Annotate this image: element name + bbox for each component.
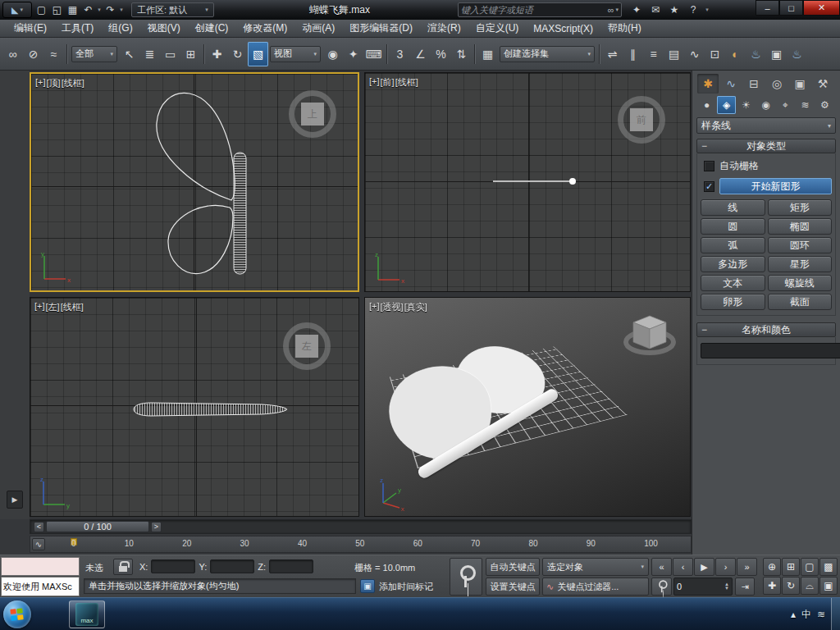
align-icon[interactable]: ∥▾ bbox=[623, 42, 643, 66]
ribbon-toggle-icon[interactable]: ▤▾ bbox=[664, 42, 684, 66]
start-new-shape-checkbox[interactable]: ✓ bbox=[704, 181, 714, 192]
menu-item[interactable]: 图形编辑器(D) bbox=[342, 20, 420, 37]
time-slider[interactable]: < 0 / 100 > bbox=[30, 519, 692, 534]
menu-item[interactable]: 视图(V) bbox=[140, 20, 188, 37]
add-time-tag[interactable]: 添加时间标记 bbox=[379, 581, 433, 593]
tray-network-icon[interactable]: ≋ bbox=[817, 609, 825, 620]
menu-item[interactable]: MAXScript(X) bbox=[526, 20, 600, 37]
percent-snap-icon[interactable]: %▾ bbox=[431, 42, 451, 66]
shape-button[interactable]: 文本 bbox=[701, 275, 765, 291]
search-input[interactable] bbox=[461, 5, 606, 15]
create-lights-icon[interactable]: ☀ bbox=[737, 96, 756, 114]
viewport-top[interactable]: [+] [顶] [线框] 上 y x bbox=[30, 72, 359, 292]
key-filters-button[interactable]: ∿ 关键点过滤器... bbox=[542, 578, 649, 596]
tray-show-hidden-icon[interactable]: ▴ bbox=[791, 609, 796, 620]
shape-button[interactable]: 截面 bbox=[768, 294, 833, 310]
viewport-menu-plus[interactable]: [+] bbox=[369, 76, 380, 89]
taskbar-3dsmax-button[interactable]: max bbox=[69, 600, 105, 628]
create-spacewarps-icon[interactable]: ≋ bbox=[796, 96, 815, 114]
menu-item[interactable]: 自定义(U) bbox=[468, 20, 527, 37]
select-and-link-icon[interactable]: ∞▾ bbox=[2, 42, 23, 66]
redo-icon[interactable]: ↷ bbox=[103, 2, 118, 17]
render-setup-icon[interactable]: ♨▾ bbox=[746, 42, 766, 66]
shape-button[interactable]: 卵形 bbox=[701, 294, 765, 310]
name-color-rollout-header[interactable]: − 名称和颜色 bbox=[696, 322, 836, 337]
object-name-input[interactable] bbox=[701, 343, 840, 358]
set-keys-button[interactable] bbox=[450, 558, 482, 596]
pan-icon[interactable]: ✚ bbox=[763, 577, 781, 595]
named-sets-dropdown[interactable]: 创建选择集▾ bbox=[500, 46, 595, 62]
selection-lock-button[interactable] bbox=[113, 559, 133, 575]
next-frame-arrow[interactable]: > bbox=[151, 522, 162, 532]
shape-button[interactable]: 多边形 bbox=[701, 256, 765, 272]
track-bar[interactable]: ∿ 0102030405060708090100 bbox=[30, 536, 692, 553]
tab-modify-icon[interactable]: ∿ bbox=[720, 74, 742, 94]
viewport-menu-shading[interactable]: [线框] bbox=[61, 301, 84, 313]
macro-recorder-field[interactable] bbox=[1, 557, 80, 576]
maximize-viewport-icon[interactable]: ▣ bbox=[819, 577, 838, 595]
tab-create-icon[interactable]: ✱ bbox=[697, 74, 719, 94]
menu-item[interactable]: 帮助(H) bbox=[600, 20, 649, 37]
unlink-selection-icon[interactable]: ⊘▾ bbox=[23, 42, 43, 66]
viewport-front[interactable]: [+] [前] [线框] 前 z x bbox=[364, 72, 691, 292]
open-file-icon[interactable]: ◱ bbox=[49, 2, 65, 17]
tab-display-icon[interactable]: ▣ bbox=[789, 74, 810, 94]
shape-button[interactable]: 圆 bbox=[701, 218, 765, 235]
mirror-icon[interactable]: ⇌▾ bbox=[602, 42, 623, 66]
viewcube[interactable]: 前 bbox=[618, 96, 665, 144]
viewport-menu-plus[interactable]: [+] bbox=[34, 301, 45, 313]
create-systems-icon[interactable]: ⚙ bbox=[815, 96, 834, 114]
close-button[interactable]: ✕ bbox=[803, 0, 840, 16]
viewport-menu-view[interactable]: [左] bbox=[46, 301, 60, 313]
key-selection-dropdown[interactable]: 选定对象 ▾ bbox=[542, 558, 649, 576]
viewport-perspective[interactable]: [+] [透视] [真实] z y x bbox=[364, 297, 691, 517]
go-to-end-button[interactable]: » bbox=[737, 558, 757, 576]
time-tag-icon[interactable]: ▣ bbox=[360, 579, 375, 593]
autogrid-checkbox[interactable] bbox=[704, 161, 714, 171]
selection-filter-dropdown[interactable]: 全部▾ bbox=[71, 46, 117, 62]
viewcube[interactable]: 左 bbox=[283, 322, 331, 370]
curve-editor-icon[interactable]: ∿▾ bbox=[684, 42, 705, 66]
field-of-view-icon[interactable]: ⌓ bbox=[801, 577, 819, 595]
zoom-extents-icon[interactable]: ▢ bbox=[801, 558, 819, 576]
snaps-toggle-icon[interactable]: 3▾ bbox=[390, 42, 410, 66]
viewport-menu-plus[interactable]: [+] bbox=[369, 301, 380, 313]
layer-manager-icon[interactable]: ≡▾ bbox=[643, 42, 664, 66]
application-menu-button[interactable]: ◣ ▾ bbox=[2, 2, 32, 18]
save-file-icon[interactable]: ▦ bbox=[65, 2, 80, 17]
menu-item[interactable]: 编辑(E) bbox=[7, 20, 54, 37]
start-button[interactable] bbox=[3, 600, 31, 628]
viewport-menu-view[interactable]: [透视] bbox=[381, 301, 404, 313]
tray-ime-icon[interactable]: 中 bbox=[801, 608, 811, 622]
select-and-move-icon[interactable]: ✚▾ bbox=[207, 42, 227, 66]
shape-button[interactable]: 螺旋线 bbox=[768, 275, 833, 291]
keyboard-override-icon[interactable]: ⌨▾ bbox=[363, 42, 384, 66]
tab-hierarchy-icon[interactable]: ⊟ bbox=[743, 74, 765, 94]
y-coordinate-field[interactable] bbox=[210, 559, 254, 573]
undo-icon[interactable]: ↶ bbox=[80, 2, 96, 17]
select-and-manipulate-icon[interactable]: ✦▾ bbox=[343, 42, 363, 66]
rendered-frame-icon[interactable]: ▣▾ bbox=[766, 42, 787, 66]
help-icon[interactable]: ? bbox=[685, 2, 701, 17]
shape-button[interactable]: 圆环 bbox=[768, 237, 833, 253]
menu-item[interactable]: 工具(T) bbox=[54, 20, 101, 37]
shape-button[interactable]: 星形 bbox=[768, 256, 833, 272]
zoom-all-icon[interactable]: ⊞ bbox=[782, 558, 800, 576]
shape-category-dropdown[interactable]: 样条线 ▾ bbox=[696, 117, 836, 134]
show-desktop-button[interactable] bbox=[831, 598, 840, 630]
sign-in-icon[interactable]: ✦ bbox=[628, 2, 645, 17]
next-frame-button[interactable]: › bbox=[715, 558, 736, 576]
go-to-start-button[interactable]: « bbox=[651, 558, 672, 576]
workspace-dropdown[interactable]: 工作区: 默认 ▾ bbox=[131, 2, 214, 17]
select-and-scale-icon[interactable]: ▧▾ bbox=[248, 42, 268, 66]
new-scene-icon[interactable]: ▢ bbox=[34, 2, 49, 17]
current-frame-field[interactable]: 0 ▲▼ bbox=[673, 578, 733, 596]
orbit-icon[interactable]: ↻ bbox=[782, 577, 800, 595]
binoculars-icon[interactable]: ∞ bbox=[608, 5, 614, 15]
spinner-icon[interactable]: ▲▼ bbox=[724, 582, 729, 591]
viewcube-face[interactable]: 前 bbox=[630, 108, 653, 131]
window-crossing-icon[interactable]: ⊞▾ bbox=[180, 42, 201, 66]
object-type-rollout-header[interactable]: − 对象类型 bbox=[696, 139, 836, 153]
maximize-button[interactable]: □ bbox=[779, 0, 803, 16]
shape-button[interactable]: 线 bbox=[701, 199, 765, 216]
